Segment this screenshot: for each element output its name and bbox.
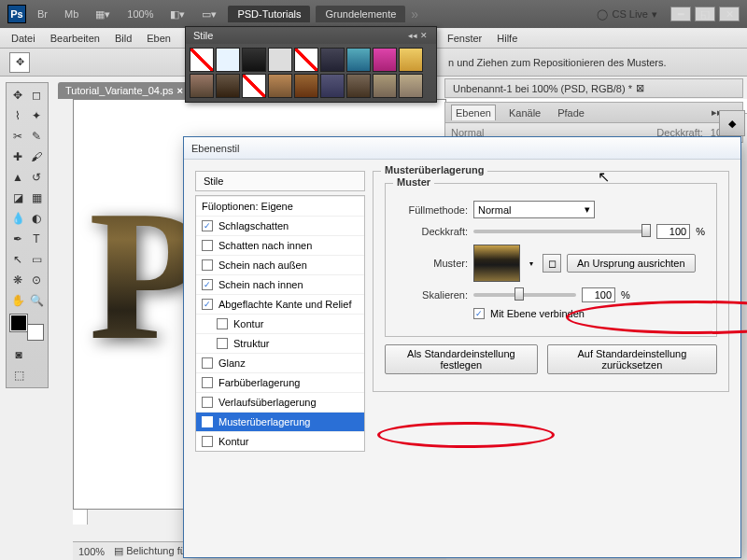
style-swatch[interactable]: [294, 48, 318, 72]
style-swatch[interactable]: [373, 74, 397, 98]
set-default-button[interactable]: Als Standardeinstellung festlegen: [385, 344, 538, 374]
crop-tool-icon[interactable]: ✂: [9, 127, 26, 146]
style-swatch[interactable]: [320, 48, 345, 72]
screenmode-button[interactable]: ▭▾: [196, 7, 222, 22]
camera-tool-icon[interactable]: ⊙: [28, 271, 45, 289]
checkbox-icon[interactable]: [217, 338, 228, 349]
style-swatch[interactable]: [268, 48, 292, 72]
item-kontur-sub[interactable]: Kontur: [196, 314, 364, 333]
style-swatch[interactable]: [190, 74, 214, 98]
hand-tool-icon[interactable]: ✋: [9, 291, 26, 310]
wand-tool-icon[interactable]: ✦: [28, 106, 45, 125]
checkbox-icon[interactable]: [202, 299, 213, 310]
item-struktur-sub[interactable]: Struktur: [196, 333, 364, 353]
checkbox-icon[interactable]: [217, 318, 228, 329]
document2-tab[interactable]: Unbenannt-1 bei 100% (PSD, RGB/8) * ⊠: [444, 78, 743, 98]
eyedropper-tool-icon[interactable]: ✎: [28, 127, 45, 146]
type-tool-icon[interactable]: T: [28, 230, 45, 248]
pen-tool-icon[interactable]: ✒: [9, 230, 26, 248]
lasso-tool-icon[interactable]: ⌇: [9, 106, 26, 125]
checkbox-icon[interactable]: [202, 259, 213, 271]
fuellmethode-select[interactable]: Normal▾: [473, 201, 595, 218]
window-minimize-icon[interactable]: ━: [670, 7, 691, 21]
minibridge-button[interactable]: Mb: [59, 7, 84, 21]
style-swatch[interactable]: [242, 74, 266, 98]
new-pattern-icon[interactable]: ◻: [543, 254, 561, 273]
gradient-tool-icon[interactable]: ▦: [28, 189, 45, 207]
checkbox-icon[interactable]: [202, 416, 213, 427]
zoom-tool-icon[interactable]: 🔍: [28, 291, 45, 310]
menu-hilfe[interactable]: Hilfe: [497, 33, 517, 44]
stamp-tool-icon[interactable]: ▲: [9, 168, 26, 187]
blur-tool-icon[interactable]: 💧: [9, 209, 26, 228]
side-layers-icon[interactable]: ◆: [719, 110, 745, 136]
shape-tool-icon[interactable]: ▭: [28, 250, 45, 269]
item-abgeflachte[interactable]: Abgeflachte Kante und Relief: [196, 294, 364, 314]
status-zoom[interactable]: 100%: [78, 546, 105, 557]
item-glanz[interactable]: Glanz: [196, 353, 364, 372]
tab-pfade[interactable]: Pfade: [554, 105, 588, 120]
checkbox-icon[interactable]: [202, 220, 213, 231]
ursprung-button[interactable]: An Ursprung ausrichten: [567, 254, 696, 273]
checkbox-icon[interactable]: [202, 240, 213, 251]
zoom-level[interactable]: 100%: [121, 7, 159, 21]
checkbox-icon[interactable]: [202, 436, 213, 447]
current-tool-icon[interactable]: ✥: [9, 52, 30, 73]
marquee-tool-icon[interactable]: ◻: [28, 86, 45, 105]
window-restore-icon[interactable]: ◱: [695, 7, 715, 21]
history-brush-tool-icon[interactable]: ↺: [28, 168, 45, 187]
document2-close-icon[interactable]: ⊠: [636, 82, 644, 94]
style-swatch[interactable]: [268, 74, 292, 98]
menu-bearbeiten[interactable]: Bearbeiten: [50, 33, 100, 44]
menu-datei[interactable]: Datei: [11, 33, 35, 44]
item-schlagschatten[interactable]: Schlagschatten: [196, 216, 364, 235]
quickmask-icon[interactable]: ◙: [9, 345, 28, 364]
dodge-tool-icon[interactable]: ◐: [28, 209, 45, 228]
style-swatch[interactable]: [190, 48, 214, 72]
style-swatch[interactable]: [320, 74, 345, 98]
mit-ebene-checkbox[interactable]: [473, 308, 485, 319]
pattern-dropdown-icon[interactable]: ▾: [526, 259, 537, 268]
3d-tool-icon[interactable]: ❋: [9, 271, 26, 289]
color-swatches[interactable]: [10, 315, 44, 341]
skalieren-slider[interactable]: [473, 293, 576, 297]
style-swatch[interactable]: [399, 74, 423, 98]
item-verlaufsueberlagerung[interactable]: Verlaufsüberlagerung: [196, 392, 364, 412]
style-swatch[interactable]: [294, 74, 318, 98]
style-swatch[interactable]: [373, 48, 397, 72]
tab-kanale[interactable]: Kanäle: [505, 105, 544, 120]
reset-default-button[interactable]: Auf Standardeinstellung zurücksetzen: [547, 344, 717, 374]
deckkraft-input[interactable]: 100: [656, 224, 690, 239]
style-swatch[interactable]: [242, 48, 266, 72]
style-swatch[interactable]: [346, 48, 371, 72]
workspace-tab-grundelemente[interactable]: Grundelemente: [316, 6, 405, 22]
item-kontur2[interactable]: Kontur: [196, 431, 364, 451]
workspace-more-icon[interactable]: »: [411, 7, 418, 21]
checkbox-icon[interactable]: [202, 357, 213, 369]
pattern-swatch[interactable]: [473, 245, 520, 282]
menu-ebenen[interactable]: Eben: [147, 33, 171, 44]
style-swatch[interactable]: [216, 48, 240, 72]
viewextras-button[interactable]: ▦▾: [90, 7, 116, 22]
item-schein-aussen[interactable]: Schein nach außen: [196, 255, 364, 274]
dialog-titlebar[interactable]: Ebenenstil: [184, 137, 740, 160]
checkbox-icon[interactable]: [202, 377, 213, 388]
eraser-tool-icon[interactable]: ◪: [9, 189, 26, 207]
brush-tool-icon[interactable]: 🖌: [28, 147, 45, 166]
item-farbueberlagerung[interactable]: Farbüberlagerung: [196, 372, 364, 392]
styles-panel-close-icon[interactable]: ✕: [419, 31, 429, 40]
item-musterueberlagerung[interactable]: Musterüberlagerung: [196, 412, 364, 431]
screenmode-tool-icon[interactable]: ⬚: [9, 366, 28, 385]
styles-panel-collapse-icon[interactable]: ◂◂: [408, 31, 417, 40]
document-tab[interactable]: Tutorial_Variante_04.ps ×: [58, 82, 190, 99]
arrange-button[interactable]: ◧▾: [164, 7, 190, 22]
tab-ebenen[interactable]: Ebenen: [451, 105, 496, 120]
deckkraft-slider[interactable]: [473, 230, 651, 233]
checkbox-icon[interactable]: [202, 279, 213, 290]
heal-tool-icon[interactable]: ✚: [9, 147, 26, 166]
menu-fenster[interactable]: Fenster: [447, 33, 482, 44]
checkbox-icon[interactable]: [202, 397, 213, 408]
menu-bild[interactable]: Bild: [115, 33, 132, 44]
window-close-icon[interactable]: ✕: [719, 7, 740, 21]
style-swatch[interactable]: [216, 74, 240, 98]
